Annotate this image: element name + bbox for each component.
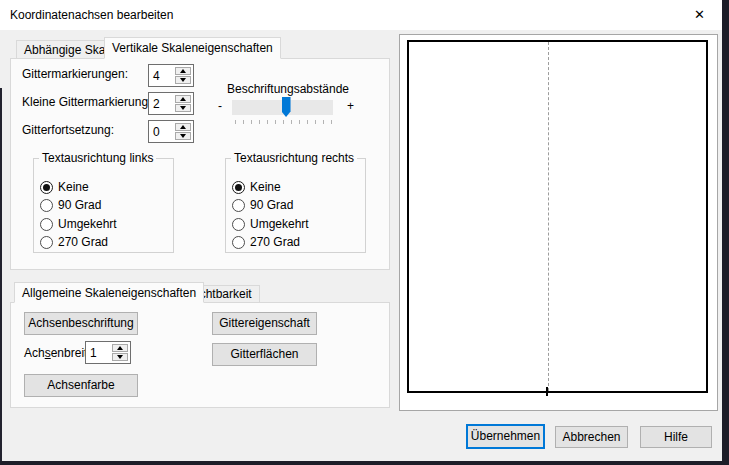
- kleine-gittermarkierungen-label: Kleine Gittermarkierungen:: [22, 95, 165, 109]
- textausrichtung-rechts-group: Textausrichtung rechts Keine 90 Grad Umg…: [225, 158, 366, 253]
- radio-rechts-keine[interactable]: Keine: [232, 179, 281, 195]
- tab-allgemeine-skaleneigenschaften[interactable]: Allgemeine Skaleneigenschaften: [14, 282, 204, 303]
- uebernehmen-button[interactable]: Übernehmen: [466, 424, 545, 449]
- radio-links-90-grad[interactable]: 90 Grad: [40, 197, 101, 213]
- slider-plus-label: +: [347, 99, 354, 113]
- arrow-down-icon: [180, 78, 186, 82]
- arrow-down-icon: [117, 355, 123, 359]
- desktop-edge: [0, 88, 2, 461]
- achsenbeschriftung-button[interactable]: Achsenbeschriftung: [24, 312, 138, 335]
- radio-links-keine[interactable]: Keine: [40, 179, 89, 195]
- window-title: Koordinatenachsen bearbeiten: [10, 0, 173, 30]
- spin-down-button[interactable]: [175, 104, 191, 112]
- spin-down-button[interactable]: [112, 353, 128, 361]
- gitterfortsetzung-label: Gitterfortsetzung:: [22, 123, 114, 137]
- radio-icon: [40, 199, 53, 212]
- radio-icon: [40, 181, 53, 194]
- radio-icon: [232, 236, 245, 249]
- preview-axis-tick: [546, 387, 548, 396]
- tab-vertikale-skaleneigenschaften[interactable]: Vertikale Skaleneigenschaften: [104, 37, 281, 59]
- radio-icon: [232, 181, 245, 194]
- textausrichtung-rechts-legend: Textausrichtung rechts: [231, 151, 357, 165]
- spin-down-button[interactable]: [175, 132, 191, 140]
- abbrechen-button[interactable]: Abbrechen: [555, 426, 628, 448]
- arrow-up-icon: [180, 97, 186, 101]
- achsenbreite-value: 1: [90, 346, 97, 360]
- radio-links-270-grad[interactable]: 270 Grad: [40, 234, 108, 250]
- arrow-up-icon: [180, 125, 186, 129]
- titlebar: Koordinatenachsen bearbeiten ✕: [0, 0, 722, 30]
- achsenbreite-stepper[interactable]: 1: [85, 341, 131, 364]
- radio-icon: [232, 218, 245, 231]
- dialog-koordinatenachsen: Koordinatenachsen bearbeiten ✕ Abhängige…: [0, 0, 722, 461]
- arrow-up-icon: [180, 69, 186, 73]
- beschriftungsabstaende-label: Beschriftungsabstände: [218, 82, 358, 96]
- gittermarkierungen-label: Gittermarkierungen:: [22, 67, 128, 81]
- kleine-gittermarkierungen-stepper[interactable]: 2: [148, 92, 194, 115]
- radio-icon: [40, 218, 53, 231]
- arrow-down-icon: [180, 106, 186, 110]
- textausrichtung-links-group: Textausrichtung links Keine 90 Grad Umge…: [33, 158, 174, 253]
- gittermarkierungen-value: 4: [153, 69, 160, 83]
- radio-links-umgekehrt[interactable]: Umgekehrt: [40, 216, 117, 232]
- textausrichtung-links-legend: Textausrichtung links: [39, 151, 156, 165]
- slider-minus-label: -: [218, 99, 222, 113]
- spin-up-button[interactable]: [175, 123, 191, 131]
- slider-thumb[interactable]: [282, 97, 291, 117]
- arrow-down-icon: [180, 134, 186, 138]
- beschriftungsabstaende-slider[interactable]: [232, 100, 333, 115]
- spin-down-button[interactable]: [175, 76, 191, 84]
- slider-ticks: [235, 120, 333, 124]
- radio-icon: [232, 199, 245, 212]
- radio-rechts-90-grad[interactable]: 90 Grad: [232, 197, 293, 213]
- radio-icon: [40, 236, 53, 249]
- gitterfortsetzung-value: 0: [153, 125, 160, 139]
- close-icon: ✕: [694, 7, 705, 22]
- hilfe-button[interactable]: Hilfe: [640, 426, 712, 448]
- radio-rechts-270-grad[interactable]: 270 Grad: [232, 234, 300, 250]
- kleine-gittermarkierungen-value: 2: [153, 97, 160, 111]
- achsenfarbe-button[interactable]: Achsenfarbe: [24, 374, 138, 397]
- preview-plot-frame: [407, 40, 708, 393]
- spin-up-button[interactable]: [175, 95, 191, 103]
- gittermarkierungen-stepper[interactable]: 4: [148, 64, 194, 87]
- spin-up-button[interactable]: [112, 344, 128, 352]
- spin-up-button[interactable]: [175, 67, 191, 75]
- gittereigenschaft-button[interactable]: Gittereigenschaft: [212, 312, 317, 335]
- gitterflaechen-button[interactable]: Gitterflächen: [212, 343, 317, 366]
- preview-dashed-axis-line: [548, 42, 549, 391]
- close-button[interactable]: ✕: [677, 0, 722, 30]
- gitterfortsetzung-stepper[interactable]: 0: [148, 120, 194, 143]
- radio-rechts-umgekehrt[interactable]: Umgekehrt: [232, 216, 309, 232]
- arrow-up-icon: [117, 346, 123, 350]
- axis-preview: [399, 34, 718, 411]
